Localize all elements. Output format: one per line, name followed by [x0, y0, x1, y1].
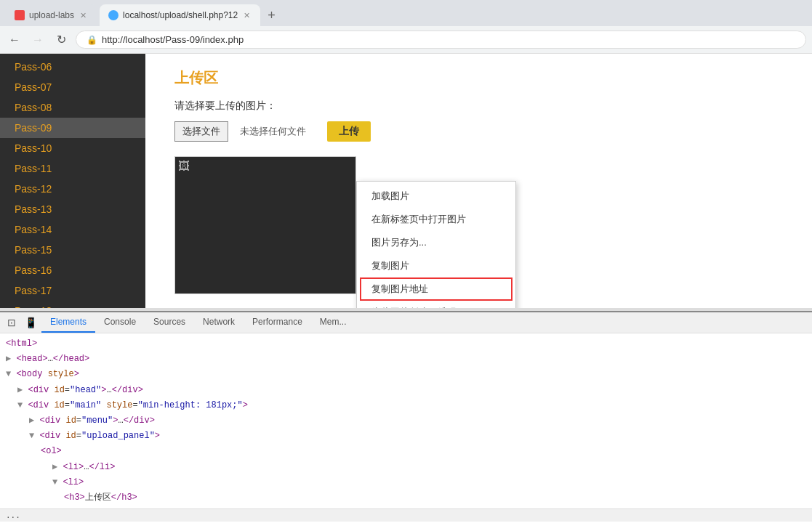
context-menu-label-load: 加载图片: [371, 190, 409, 203]
devtools-tab-console[interactable]: Console: [95, 312, 145, 333]
sidebar-item-pass12[interactable]: Pass-12: [0, 179, 145, 199]
sidebar-item-pass17[interactable]: Pass-17: [0, 280, 145, 301]
sidebar-item-pass08[interactable]: Pass-08: [0, 97, 145, 118]
code-line-3[interactable]: ▼ <body style>: [6, 367, 806, 382]
broken-image-icon: 🖼: [178, 160, 190, 173]
tab-label-1: upload-labs: [29, 10, 74, 20]
tab-favicon-1: [15, 10, 25, 20]
code-line-7[interactable]: ▼ <div id="upload_panel">: [6, 429, 806, 444]
browser-chrome: upload-labs ✕ localhost/upload/shell.php…: [0, 0, 812, 54]
forward-button[interactable]: →: [29, 31, 47, 49]
address-bar: ← → ↻ 🔒 http://localhost/Pass-09/index.p…: [0, 26, 812, 53]
back-button[interactable]: ←: [6, 31, 23, 49]
file-name-display: 未选择任何文件: [234, 122, 321, 141]
devtools-tab-performance[interactable]: Performance: [244, 312, 311, 333]
devtools-panel: ⊡ 📱 Elements Console Sources Network Per…: [0, 311, 812, 522]
devtools-bottom-bar: ...: [0, 508, 812, 522]
code-line-8: <ol>: [6, 444, 806, 459]
tab-shell[interactable]: localhost/upload/shell.php?12 ✕: [100, 4, 260, 26]
sidebar-item-pass13[interactable]: Pass-13: [0, 199, 145, 219]
url-bar[interactable]: 🔒 http://localhost/Pass-09/index.php: [76, 31, 806, 49]
context-menu-label-qr: 为此图片创建二维码: [371, 306, 457, 308]
sidebar: Pass-06 Pass-07 Pass-08 Pass-09 Pass-10 …: [0, 54, 145, 308]
context-menu-item-copy-img[interactable]: 复制图片: [357, 254, 515, 277]
context-menu-label-copy-url: 复制图片地址: [371, 283, 428, 296]
url-text: http://localhost/Pass-09/index.php: [102, 34, 244, 45]
devtools-tab-mem[interactable]: Mem...: [311, 312, 355, 333]
code-line-5[interactable]: ▼ <div id="main" style="min-height: 181p…: [6, 398, 806, 413]
context-menu-label-open-tab: 在新标签页中打开图片: [371, 213, 466, 226]
devtools-content: <html> ▶ <head>…</head> ▼ <body style> ▶…: [0, 333, 812, 508]
sidebar-item-pass11[interactable]: Pass-11: [0, 158, 145, 179]
security-icon: 🔒: [87, 35, 97, 45]
code-line-4[interactable]: ▶ <div id="head">…</div>: [6, 383, 806, 398]
upload-label: 请选择要上传的图片：: [174, 100, 783, 113]
sidebar-item-pass18[interactable]: Pass-18: [0, 301, 145, 308]
sidebar-item-pass15[interactable]: Pass-15: [0, 240, 145, 260]
context-menu-item-copy-url[interactable]: 复制图片地址: [360, 277, 512, 301]
code-line-6[interactable]: ▶ <div id="menu">…</div>: [6, 413, 806, 429]
upload-button[interactable]: 上传: [327, 121, 371, 142]
page-content: 上传区 请选择要上传的图片： 选择文件 未选择任何文件 上传 🖼 加载图片 在新…: [145, 54, 812, 308]
new-tab-button[interactable]: +: [263, 8, 280, 23]
code-line-11: <h3>上传区</h3>: [6, 490, 806, 506]
devtools-tab-elements[interactable]: Elements: [41, 312, 95, 333]
tab-favicon-2: [108, 10, 118, 20]
sidebar-item-pass09[interactable]: Pass-09: [0, 118, 145, 138]
refresh-button[interactable]: ↻: [52, 31, 70, 49]
sidebar-item-pass10[interactable]: Pass-10: [0, 138, 145, 158]
code-line-10[interactable]: ▼ <li>: [6, 475, 806, 490]
sidebar-item-pass06[interactable]: Pass-06: [0, 57, 145, 77]
image-preview: 🖼: [174, 156, 356, 294]
devtools-phone-icon[interactable]: 📱: [20, 312, 41, 333]
context-menu-item-save[interactable]: 图片另存为...: [357, 231, 515, 254]
code-line-2[interactable]: ▶ <head>…</head>: [6, 352, 806, 367]
sidebar-item-pass07[interactable]: Pass-07: [0, 77, 145, 97]
context-menu-label-copy-img: 复制图片: [371, 259, 409, 272]
tab-label-2: localhost/upload/shell.php?12: [123, 10, 238, 20]
tab-upload-labs[interactable]: upload-labs ✕: [6, 4, 97, 26]
upload-title: 上传区: [174, 68, 783, 88]
context-menu-item-load[interactable]: 加载图片: [357, 185, 515, 208]
sidebar-item-pass14[interactable]: Pass-14: [0, 219, 145, 240]
context-menu-item-qr[interactable]: 为此图片创建二维码: [357, 301, 515, 308]
code-line-1: <html>: [6, 336, 806, 352]
choose-file-button[interactable]: 选择文件: [174, 121, 228, 142]
devtools-tab-network[interactable]: Network: [194, 312, 244, 333]
tab-bar: upload-labs ✕ localhost/upload/shell.php…: [0, 0, 812, 26]
content-area: Pass-06 Pass-07 Pass-08 Pass-09 Pass-10 …: [0, 54, 812, 308]
devtools-tab-bar: ⊡ 📱 Elements Console Sources Network Per…: [0, 312, 812, 333]
sidebar-item-pass16[interactable]: Pass-16: [0, 260, 145, 280]
tab-close-2[interactable]: ✕: [242, 11, 252, 20]
context-menu-label-save: 图片另存为...: [371, 236, 427, 249]
devtools-cursor-icon[interactable]: ⊡: [3, 312, 20, 333]
context-menu: 加载图片 在新标签页中打开图片 图片另存为... 复制图片 复制图片地址 为此图…: [356, 181, 516, 308]
upload-form: 选择文件 未选择任何文件 上传: [174, 121, 783, 142]
tab-close-1[interactable]: ✕: [79, 11, 88, 20]
code-line-9[interactable]: ▶ <li>…</li>: [6, 460, 806, 475]
devtools-tab-sources[interactable]: Sources: [145, 312, 194, 333]
context-menu-item-open-tab[interactable]: 在新标签页中打开图片: [357, 208, 515, 231]
